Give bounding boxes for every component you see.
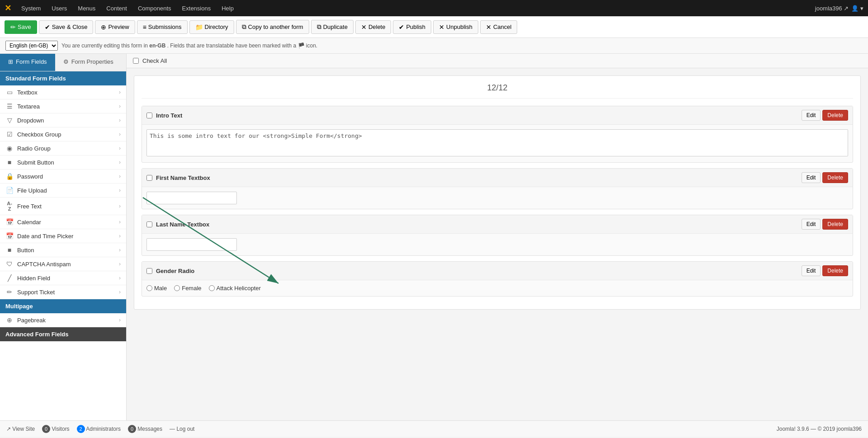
copy-button[interactable]: ⧉ Copy to another form bbox=[236, 20, 309, 34]
tab-form-properties[interactable]: ⚙ Form Properties bbox=[55, 54, 122, 71]
tab-bar: ⊞ Form Fields ⚙ Form Properties bbox=[0, 54, 126, 71]
radio-male[interactable] bbox=[146, 285, 152, 291]
username-label: joomla396 ↗ bbox=[815, 5, 849, 12]
nav-extensions[interactable]: Extensions bbox=[178, 2, 216, 14]
sidebar-item-file-upload[interactable]: 📄 File Upload › bbox=[0, 184, 126, 198]
table-row: Last Name Textbox Edit Delete bbox=[142, 215, 853, 256]
sidebar-item-checkbox-group[interactable]: ☑ Checkbox Group › bbox=[0, 127, 126, 141]
cancel-button[interactable]: ✕ Cancel bbox=[480, 20, 517, 34]
publish-icon: ✔ bbox=[399, 24, 404, 31]
sidebar-item-dropdown[interactable]: ▽ Dropdown › bbox=[0, 113, 126, 127]
sidebar-item-free-text[interactable]: A-Z Free Text › bbox=[0, 198, 126, 215]
sidebar-item-support-ticket[interactable]: ✏ Support Ticket › bbox=[0, 285, 126, 299]
field-content-intro-text: This is some intro text for our <strong>… bbox=[142, 125, 853, 162]
form-preview: 12/12 Intro Text Edit Delete bbox=[127, 68, 868, 317]
sidebar-item-radio-group[interactable]: ◉ Radio Group › bbox=[0, 141, 126, 155]
date-time-icon: 📅 bbox=[5, 232, 14, 240]
form-card-wrapper: 12/12 Intro Text Edit Delete bbox=[134, 75, 861, 310]
hidden-field-icon: ╱ bbox=[5, 274, 14, 282]
support-icon: ✏ bbox=[5, 288, 14, 296]
main-layout: ⊞ Form Fields ⚙ Form Properties Standard… bbox=[0, 54, 868, 420]
save-button[interactable]: ✏ Save bbox=[5, 20, 37, 34]
cancel-icon: ✕ bbox=[486, 24, 491, 31]
preview-button[interactable]: ⊕ Preview bbox=[95, 20, 135, 34]
unpublish-button[interactable]: ✕ Unpublish bbox=[433, 20, 478, 34]
delete-button[interactable]: ✕ Delete bbox=[355, 20, 392, 34]
captcha-icon: 🛡 bbox=[5, 260, 14, 268]
sidebar-item-pagebreak[interactable]: ⊕ Pagebreak › bbox=[0, 313, 126, 327]
free-text-icon: A-Z bbox=[5, 201, 14, 212]
radio-female[interactable] bbox=[174, 285, 180, 291]
edit-gender-button[interactable]: Edit bbox=[802, 265, 821, 276]
chevron-right-icon: › bbox=[119, 159, 121, 165]
file-upload-icon: 📄 bbox=[5, 187, 14, 194]
delete-gender-button[interactable]: Delete bbox=[822, 265, 848, 276]
nav-content[interactable]: Content bbox=[102, 2, 132, 14]
duplicate-button[interactable]: ⧉ Duplicate bbox=[311, 20, 354, 34]
sidebar-item-hidden-field[interactable]: ╱ Hidden Field › bbox=[0, 271, 126, 285]
nav-menus[interactable]: Menus bbox=[73, 2, 100, 14]
chevron-right-icon: › bbox=[119, 275, 121, 281]
language-select[interactable]: English (en-GB) bbox=[5, 41, 58, 51]
dropdown-icon: ▽ bbox=[5, 117, 14, 124]
radio-option-female[interactable]: Female bbox=[174, 285, 201, 292]
publish-button[interactable]: ✔ Publish bbox=[393, 20, 431, 34]
chevron-right-icon: › bbox=[119, 203, 121, 209]
form-counter: 12/12 bbox=[142, 83, 853, 99]
field-header-last-name: Last Name Textbox Edit Delete bbox=[142, 215, 853, 234]
sidebar-item-textarea[interactable]: ☰ Textarea › bbox=[0, 99, 126, 113]
check-all-label[interactable]: Check All bbox=[142, 57, 167, 64]
last-name-checkbox[interactable] bbox=[146, 221, 152, 227]
sidebar-item-captcha[interactable]: 🛡 CAPTCHA Antispam › bbox=[0, 257, 126, 271]
edit-last-name-button[interactable]: Edit bbox=[802, 219, 821, 230]
field-title-label: Gender Radio bbox=[156, 268, 194, 274]
directory-button[interactable]: 📁 Directory bbox=[189, 20, 234, 34]
user-icon: 👤 ▾ bbox=[851, 5, 863, 12]
save-close-icon: ✔ bbox=[45, 24, 50, 31]
sidebar-item-password[interactable]: 🔒 Password › bbox=[0, 170, 126, 184]
footer-bar: ↗ View Site 0 Visitors 2 Administrators … bbox=[0, 420, 868, 437]
tab-form-fields[interactable]: ⊞ Form Fields bbox=[0, 54, 55, 71]
check-all-checkbox[interactable] bbox=[133, 58, 139, 64]
field-content-first-name bbox=[142, 187, 853, 209]
field-title-label: First Name Textbox bbox=[156, 174, 210, 181]
submissions-button[interactable]: ≡ Submissions bbox=[137, 20, 188, 34]
field-content-gender: Male Female Attack Helicopter bbox=[142, 280, 853, 296]
gender-checkbox[interactable] bbox=[146, 268, 152, 274]
first-name-checkbox[interactable] bbox=[146, 175, 152, 181]
check-all-bar: Check All bbox=[127, 54, 868, 68]
view-site-link[interactable]: ↗ View Site bbox=[6, 426, 35, 432]
radio-option-attack-helicopter[interactable]: Attack Helicopter bbox=[209, 285, 261, 292]
sidebar-item-submit-button[interactable]: ■ Submit Button › bbox=[0, 155, 126, 170]
chevron-right-icon: › bbox=[119, 219, 121, 225]
nav-system[interactable]: System bbox=[17, 2, 45, 14]
sidebar-item-calendar[interactable]: 📅 Calendar › bbox=[0, 215, 126, 229]
unpublish-icon: ✕ bbox=[439, 24, 444, 31]
user-menu[interactable]: joomla396 ↗ 👤 ▾ bbox=[815, 5, 863, 12]
sidebar-item-textbox[interactable]: ▭ Textbox › bbox=[0, 85, 126, 99]
form-card: 12/12 Intro Text Edit Delete bbox=[134, 75, 861, 310]
delete-intro-text-button[interactable]: Delete bbox=[822, 110, 848, 121]
radio-attack-helicopter[interactable] bbox=[209, 285, 215, 291]
chevron-right-icon: › bbox=[119, 145, 121, 151]
nav-help[interactable]: Help bbox=[217, 2, 238, 14]
sidebar-item-button[interactable]: ■ Button › bbox=[0, 243, 126, 257]
delete-first-name-button[interactable]: Delete bbox=[822, 172, 848, 183]
edit-first-name-button[interactable]: Edit bbox=[802, 172, 821, 183]
intro-text-checkbox[interactable] bbox=[146, 113, 152, 118]
chevron-right-icon: › bbox=[119, 173, 121, 179]
password-icon: 🔒 bbox=[5, 173, 14, 180]
logout-link[interactable]: — Log out bbox=[170, 426, 194, 432]
last-name-input-preview bbox=[146, 238, 237, 251]
nav-components[interactable]: Components bbox=[133, 2, 176, 14]
radio-option-male[interactable]: Male bbox=[146, 285, 167, 292]
save-close-button[interactable]: ✔ Save & Close bbox=[39, 20, 94, 34]
nav-users[interactable]: Users bbox=[47, 2, 71, 14]
radio-icon: ◉ bbox=[5, 145, 14, 152]
edit-intro-text-button[interactable]: Edit bbox=[802, 110, 821, 121]
preview-icon: ⊕ bbox=[101, 24, 106, 31]
delete-last-name-button[interactable]: Delete bbox=[822, 219, 848, 230]
intro-text-preview: This is some intro text for our <strong>… bbox=[146, 129, 848, 156]
chevron-right-icon: › bbox=[119, 89, 121, 95]
sidebar-item-date-time-picker[interactable]: 📅 Date and Time Picker › bbox=[0, 229, 126, 243]
